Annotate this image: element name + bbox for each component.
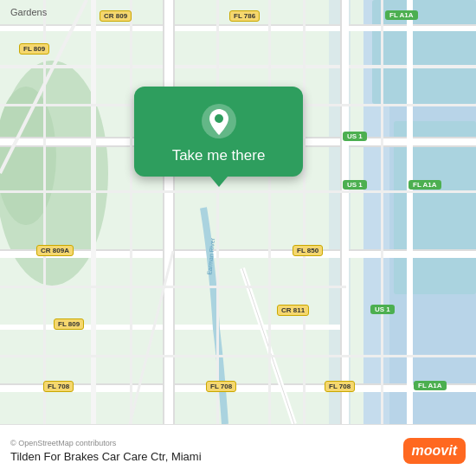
svg-rect-21 bbox=[173, 0, 175, 424]
label-fla1a-mid: FL A1A bbox=[408, 180, 441, 190]
location-pin-icon bbox=[200, 102, 238, 140]
take-me-there-button[interactable]: Take me there bbox=[134, 87, 303, 177]
svg-rect-10 bbox=[0, 65, 476, 68]
svg-rect-30 bbox=[0, 190, 476, 193]
moovit-logo-text: moovit bbox=[412, 443, 457, 459]
svg-rect-31 bbox=[0, 286, 346, 288]
label-fla1a-bot: FL A1A bbox=[414, 381, 447, 390]
svg-rect-36 bbox=[268, 0, 271, 424]
svg-rect-33 bbox=[43, 0, 46, 424]
map-area: Earman River CR 809 FL 786 FL A1A Garden… bbox=[0, 0, 476, 424]
svg-rect-32 bbox=[0, 355, 476, 357]
tooltip-text: Take me there bbox=[172, 147, 266, 164]
svg-point-42 bbox=[215, 114, 223, 123]
label-fl809-bot: FL 809 bbox=[54, 318, 84, 330]
label-fla1a-top: FL A1A bbox=[385, 10, 418, 20]
label-us1-mid: US 1 bbox=[343, 180, 367, 190]
label-fl708-mid: FL 708 bbox=[206, 381, 236, 392]
svg-rect-38 bbox=[381, 0, 383, 424]
svg-rect-22 bbox=[342, 0, 349, 424]
svg-rect-23 bbox=[340, 0, 342, 424]
label-fl786: FL 786 bbox=[229, 10, 260, 22]
location-info: © OpenStreetMap contributors Tilden For … bbox=[10, 439, 202, 463]
label-fl809-left: FL 809 bbox=[19, 43, 49, 55]
label-cr811: CR 811 bbox=[277, 305, 309, 316]
info-bar: © OpenStreetMap contributors Tilden For … bbox=[0, 424, 476, 476]
svg-rect-9 bbox=[0, 24, 476, 26]
moovit-logo[interactable]: moovit bbox=[403, 438, 466, 464]
label-gardens: Gardens bbox=[10, 7, 47, 17]
svg-rect-25 bbox=[91, 0, 96, 424]
label-fl708-right: FL 708 bbox=[325, 381, 355, 392]
svg-rect-34 bbox=[130, 0, 132, 424]
svg-rect-37 bbox=[303, 0, 306, 424]
copyright-text: © OpenStreetMap contributors bbox=[10, 439, 202, 447]
svg-rect-24 bbox=[407, 0, 413, 424]
label-us1-bot: US 1 bbox=[370, 305, 395, 314]
label-fl708-left: FL 708 bbox=[43, 381, 74, 392]
label-cr809: CR 809 bbox=[100, 10, 132, 22]
label-cr809a: CR 809A bbox=[36, 245, 74, 256]
svg-rect-35 bbox=[216, 0, 219, 424]
label-fl850: FL 850 bbox=[293, 245, 323, 256]
location-label: Tilden For Brakes Car Care Ctr, Miami bbox=[10, 450, 202, 463]
label-us1-top: US 1 bbox=[343, 132, 367, 141]
svg-rect-20 bbox=[163, 0, 164, 424]
svg-rect-19 bbox=[164, 0, 173, 424]
